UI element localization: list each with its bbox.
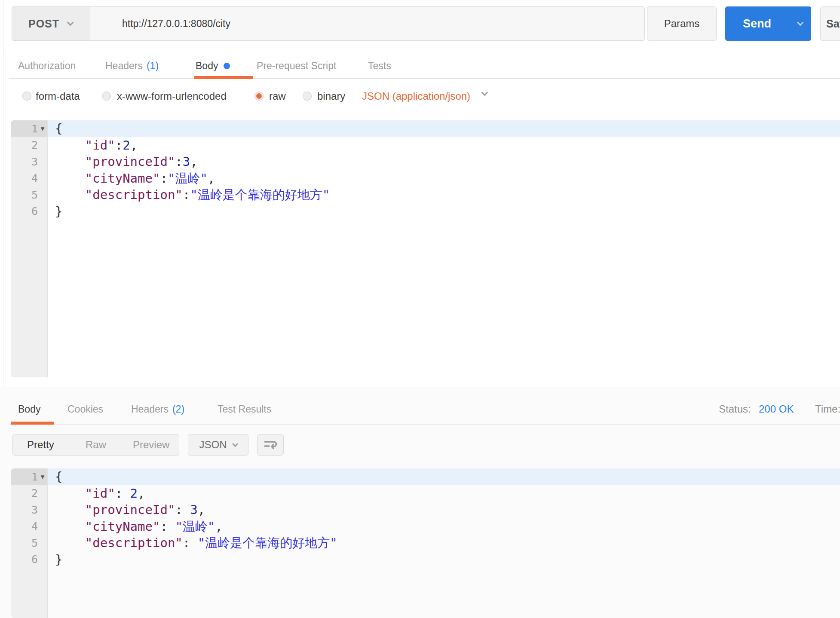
code-line: "id": 2,	[48, 485, 840, 502]
gutter-cell: 2	[11, 485, 47, 502]
line-number: 2	[11, 139, 38, 151]
chevron-down-icon	[232, 441, 238, 447]
radio-raw[interactable]	[254, 92, 264, 101]
line-number: 6	[11, 553, 38, 566]
content-type-select[interactable]: JSON (application/json)	[362, 84, 470, 108]
wrap-text-button[interactable]	[257, 434, 284, 456]
send-button[interactable]: Send	[725, 6, 811, 41]
gutter-cell: 1▾	[11, 468, 47, 485]
status-label: Status:	[719, 394, 751, 425]
code-line: {	[48, 468, 840, 485]
tab-headers[interactable]: Headers(1)	[105, 55, 159, 79]
code-line: {	[48, 120, 840, 137]
view-pretty-button[interactable]: Pretty	[13, 434, 68, 455]
gutter-cell: 3	[11, 502, 47, 518]
response-language-select[interactable]: JSON	[188, 434, 248, 456]
gutter-cell: 6	[11, 203, 47, 220]
response-language-label: JSON	[199, 439, 227, 451]
gutter-cell: 5	[11, 535, 47, 551]
gutter-cell: 4	[11, 170, 47, 187]
view-preview-button[interactable]: Preview	[123, 434, 179, 455]
gutter-cell: 5	[11, 187, 47, 203]
gutter-cell: 1▾	[11, 120, 47, 137]
request-tabs: Authorization Headers(1) Body Pre-reques…	[9, 55, 840, 79]
response-tab-body[interactable]: Body	[18, 394, 40, 425]
gutter-cell: 3	[11, 153, 47, 170]
line-number: 2	[11, 487, 38, 499]
radio-x-www-form-urlencoded[interactable]	[102, 92, 111, 101]
gutter-cell: 4	[11, 518, 47, 535]
response-tabs: Body Cookies Headers(2) Test Results Sta…	[9, 394, 840, 425]
code-line: "cityName":"温岭",	[48, 170, 840, 187]
code-line: "provinceId":3,	[48, 153, 840, 170]
http-method-select[interactable]: POST	[12, 6, 89, 41]
tab-body[interactable]: Body	[196, 55, 230, 79]
line-number: 4	[11, 172, 38, 184]
line-number: 4	[11, 520, 38, 532]
tab-pre-request-script[interactable]: Pre-request Script	[257, 55, 336, 79]
request-body-editor[interactable]: 1▾23456 { "id":2, "provinceId":3, "cityN…	[11, 120, 840, 377]
radio-form-data-label[interactable]: form-data	[36, 84, 80, 108]
response-view-switcher: Pretty Raw Preview	[12, 434, 179, 456]
line-number: 1	[11, 122, 38, 135]
response-editor-gutter: 1▾23456	[11, 468, 48, 618]
code-line: "cityName": "温岭",	[48, 518, 840, 535]
send-button-label: Send	[725, 17, 789, 31]
url-input[interactable]	[89, 6, 645, 41]
request-editor-gutter: 1▾23456	[11, 120, 48, 377]
body-type-row: form-data x-www-form-urlencoded raw bina…	[9, 84, 840, 108]
line-number: 6	[11, 205, 38, 217]
line-number: 3	[11, 504, 38, 516]
radio-x-www-form-urlencoded-label[interactable]: x-www-form-urlencoded	[117, 84, 227, 108]
code-line: "description":"温岭是个靠海的好地方"	[48, 187, 840, 203]
tab-body-label: Body	[196, 60, 218, 71]
send-options-caret[interactable]	[789, 23, 811, 25]
chevron-down-icon[interactable]	[481, 89, 488, 96]
response-editor-code-area[interactable]: { "id": 2, "provinceId": 3, "cityName": …	[48, 468, 840, 618]
view-raw-button[interactable]: Raw	[68, 434, 124, 455]
code-line: "id":2,	[48, 137, 840, 154]
radio-binary-label[interactable]: binary	[317, 84, 345, 108]
line-number: 5	[11, 189, 38, 201]
code-line: }	[48, 203, 840, 220]
chevron-down-icon	[67, 19, 74, 26]
tab-authorization[interactable]: Authorization	[18, 55, 76, 79]
request-editor-code-area[interactable]: { "id":2, "provinceId":3, "cityName":"温岭…	[48, 120, 840, 377]
response-tab-headers-label: Headers	[131, 404, 169, 415]
code-line: "provinceId": 3,	[48, 502, 840, 518]
code-line: }	[48, 551, 840, 568]
line-number: 1	[11, 471, 38, 483]
radio-binary[interactable]	[303, 92, 312, 101]
chevron-down-icon	[797, 19, 804, 26]
headers-count-badge: (1)	[147, 60, 159, 71]
response-toolbar: Pretty Raw Preview JSON	[0, 434, 840, 456]
params-button[interactable]: Params	[647, 6, 717, 41]
save-button[interactable]: Save	[820, 6, 840, 41]
line-number: 3	[11, 156, 38, 168]
time-label: Time:	[815, 394, 840, 425]
http-method-label: POST	[28, 18, 59, 30]
active-tab-underline	[194, 76, 253, 79]
body-set-dot-icon	[224, 63, 230, 69]
tab-headers-label: Headers	[105, 60, 143, 71]
response-tab-test-results[interactable]: Test Results	[218, 394, 271, 425]
response-tab-headers[interactable]: Headers(2)	[131, 394, 184, 425]
radio-raw-label[interactable]: raw	[269, 84, 286, 108]
line-number: 5	[11, 537, 38, 549]
active-response-tab-underline	[11, 422, 54, 425]
postman-window: POST Params Send Save Authorization Head…	[0, 0, 840, 618]
radio-form-data[interactable]	[22, 92, 31, 101]
gutter-cell: 2	[11, 137, 47, 154]
response-headers-count-badge: (2)	[172, 404, 184, 415]
fold-caret-icon[interactable]: ▾	[38, 124, 47, 133]
response-tab-cookies[interactable]: Cookies	[67, 394, 103, 425]
status-value: 200 OK	[759, 394, 794, 425]
fold-caret-icon[interactable]: ▾	[38, 472, 47, 481]
response-body-viewer[interactable]: 1▾23456 { "id": 2, "provinceId": 3, "cit…	[11, 468, 840, 618]
url-builder-row: POST Params Send Save	[0, 6, 840, 41]
code-line: "description": "温岭是个靠海的好地方"	[48, 535, 840, 551]
wrap-text-icon	[264, 439, 277, 451]
gutter-cell: 6	[11, 551, 47, 568]
tab-tests[interactable]: Tests	[368, 55, 391, 79]
